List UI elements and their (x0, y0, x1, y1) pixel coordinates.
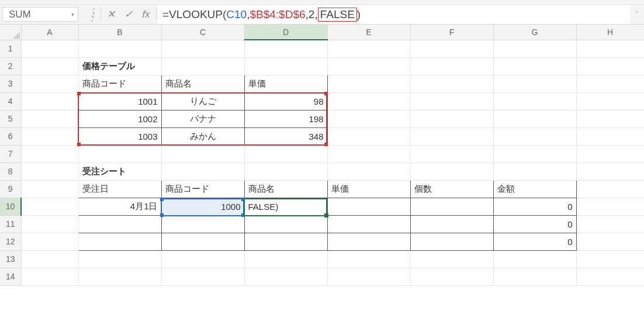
col-header[interactable]: A (21, 25, 78, 40)
cell[interactable]: 商品名 (161, 75, 244, 92)
cell[interactable] (410, 57, 493, 75)
cell-price-table-title[interactable]: 価格テーブル (78, 57, 161, 75)
cell[interactable] (161, 268, 244, 285)
cell[interactable] (21, 198, 78, 215)
cell[interactable] (21, 92, 78, 110)
row-header[interactable]: 12 (0, 233, 21, 250)
cell[interactable] (410, 198, 493, 215)
cell[interactable]: 0 (493, 233, 576, 250)
cell[interactable] (493, 57, 576, 75)
cell[interactable] (576, 268, 644, 285)
cell[interactable] (327, 198, 410, 215)
enter-formula-button[interactable]: ✓ (120, 5, 137, 24)
cell[interactable] (21, 40, 78, 57)
cell[interactable] (327, 268, 410, 285)
cell[interactable] (327, 110, 410, 127)
cell[interactable] (21, 163, 78, 180)
cell[interactable] (161, 163, 244, 180)
row-header[interactable]: 5 (0, 110, 21, 127)
row-header[interactable]: 9 (0, 180, 21, 198)
row-header[interactable]: 4 (0, 92, 21, 110)
cell[interactable] (327, 127, 410, 145)
cell[interactable] (21, 268, 78, 285)
cell[interactable] (244, 233, 327, 250)
row-header[interactable]: 8 (0, 163, 21, 180)
formula-input[interactable]: =VLOOKUP(C10,$B$4:$D$6,2,FALSE) (158, 5, 630, 24)
spreadsheet-grid[interactable]: A B C D E F G H 1 2 価格テーブル 3 商品コード 商品名 単… (0, 25, 644, 286)
cell[interactable] (161, 57, 244, 75)
cell-order-sheet-title[interactable]: 受注シート (78, 163, 161, 180)
cell[interactable] (21, 145, 78, 163)
cell[interactable] (161, 145, 244, 163)
cell[interactable] (493, 268, 576, 285)
row-header[interactable]: 7 (0, 145, 21, 163)
cell[interactable] (493, 75, 576, 92)
cell[interactable]: 商品コード (161, 180, 244, 198)
cell[interactable] (21, 127, 78, 145)
cell[interactable] (576, 198, 644, 215)
chevron-down-icon[interactable]: ▾ (71, 11, 74, 18)
col-header[interactable]: E (327, 25, 410, 40)
cell[interactable] (327, 163, 410, 180)
cell[interactable] (576, 92, 644, 110)
cell[interactable] (161, 40, 244, 57)
cell[interactable]: 4月1日 (78, 198, 161, 215)
expand-formula-bar-button[interactable]: ˅ (630, 5, 644, 24)
cell[interactable] (410, 92, 493, 110)
col-header[interactable]: B (78, 25, 161, 40)
insert-function-button[interactable]: fx (137, 5, 155, 24)
cell[interactable]: 単価 (327, 180, 410, 198)
cell[interactable] (327, 92, 410, 110)
cell[interactable] (244, 57, 327, 75)
cell[interactable] (576, 40, 644, 57)
cell[interactable] (244, 40, 327, 57)
cell[interactable] (78, 40, 161, 57)
cell[interactable] (327, 57, 410, 75)
cell[interactable] (410, 215, 493, 233)
cell[interactable] (410, 250, 493, 268)
row-header[interactable]: 1 (0, 40, 21, 57)
cell[interactable] (493, 250, 576, 268)
cell[interactable] (78, 145, 161, 163)
cell[interactable] (576, 163, 644, 180)
row-header[interactable]: 13 (0, 250, 21, 268)
col-header[interactable]: H (576, 25, 644, 40)
cell[interactable]: バナナ (161, 110, 244, 127)
cell[interactable] (78, 233, 161, 250)
cell[interactable]: 個数 (410, 180, 493, 198)
cell[interactable]: 商品名 (244, 180, 327, 198)
col-header[interactable]: C (161, 25, 244, 40)
cell[interactable]: 受注日 (78, 180, 161, 198)
cell[interactable] (493, 92, 576, 110)
cell[interactable]: 198 (244, 110, 327, 127)
cell[interactable] (327, 250, 410, 268)
cell[interactable] (244, 250, 327, 268)
cell[interactable] (493, 127, 576, 145)
cell[interactable] (493, 163, 576, 180)
cell[interactable] (576, 250, 644, 268)
cell[interactable] (327, 215, 410, 233)
cell[interactable] (78, 250, 161, 268)
cell[interactable]: 1002 (78, 110, 161, 127)
cell[interactable] (21, 233, 78, 250)
cell[interactable]: 単価 (244, 75, 327, 92)
cell[interactable] (21, 110, 78, 127)
cell[interactable] (576, 75, 644, 92)
col-header[interactable]: D (244, 25, 327, 40)
cell[interactable] (244, 145, 327, 163)
row-header[interactable]: 14 (0, 268, 21, 285)
cell[interactable] (21, 250, 78, 268)
row-header[interactable]: 2 (0, 57, 21, 75)
cell[interactable] (161, 233, 244, 250)
cell[interactable]: 98 (244, 92, 327, 110)
cell[interactable]: 1003 (78, 127, 161, 145)
name-box[interactable]: SUM ▾ (2, 7, 78, 22)
cell[interactable] (244, 163, 327, 180)
cell[interactable] (576, 233, 644, 250)
cell-active[interactable]: FALSE) (244, 198, 327, 215)
cancel-formula-button[interactable]: ✕ (102, 5, 120, 24)
cell[interactable] (244, 268, 327, 285)
cell[interactable] (410, 145, 493, 163)
row-header[interactable]: 6 (0, 127, 21, 145)
col-header[interactable]: G (493, 25, 576, 40)
